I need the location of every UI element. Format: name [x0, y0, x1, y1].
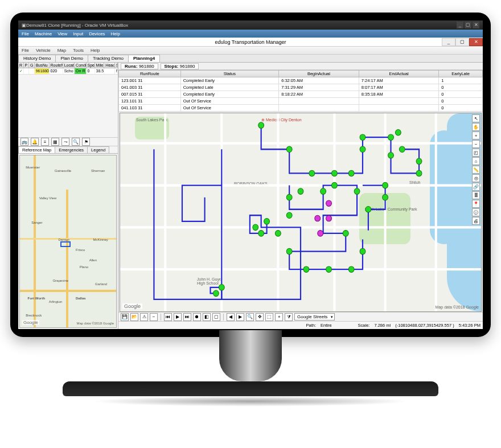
warning-icon[interactable]: ⚠ [140, 313, 148, 321]
box-icon[interactable]: ▢ [212, 313, 220, 321]
vm-min-button[interactable]: _ [457, 22, 463, 28]
svg-point-22 [383, 182, 388, 188]
save-icon[interactable]: 💾 [121, 313, 129, 321]
vm-menu-help[interactable]: Help [111, 31, 120, 36]
col-r[interactable]: R [18, 63, 24, 68]
vm-menu-file[interactable]: File [22, 31, 29, 36]
svg-point-24 [366, 206, 371, 212]
menu-vehicle[interactable]: Vehicle [36, 48, 51, 53]
home-icon[interactable]: ⌂ [472, 157, 480, 165]
select-icon[interactable]: ⬚ [265, 313, 273, 321]
pin-icon[interactable]: 📍 [472, 200, 480, 208]
tab-history[interactable]: History Demo [18, 55, 56, 62]
th-earlylate[interactable]: EarlyLate [439, 71, 483, 77]
table-row[interactable]: 007.015 31Completed Early8:18:22 AM8:35:… [119, 91, 483, 98]
menu-help[interactable]: Help [91, 48, 100, 53]
arrow-icon[interactable]: ↖ [472, 114, 480, 122]
cell-status: Out Of Service [180, 105, 279, 112]
vehicle-row[interactable]: ✓ 961880 020 Scho On R 0 38.5 Not [18, 68, 118, 75]
app-close-button[interactable]: ✕ [469, 38, 483, 46]
col-stat[interactable]: Stat [115, 63, 118, 68]
svg-point-14 [348, 170, 354, 176]
zoom-icon[interactable]: 🔍 [246, 313, 254, 321]
layers-icon[interactable]: ≣ [472, 191, 480, 199]
fwd2-icon[interactable]: ▶ [236, 313, 244, 321]
basemap-select[interactable]: Google Streets [294, 313, 335, 320]
subtab-legend[interactable]: Legend [87, 146, 109, 153]
grid-icon[interactable]: ▦ [51, 138, 59, 146]
hand-icon[interactable]: ✋ [472, 123, 480, 131]
svg-point-39 [360, 248, 366, 254]
bell-icon[interactable]: 🔔 [31, 138, 39, 146]
th-runroute[interactable]: RunRoute [119, 71, 181, 77]
col-p[interactable]: P [24, 63, 30, 68]
tab-planning4[interactable]: Planning4 [128, 55, 160, 62]
subtab-refmap[interactable]: Reference Map [18, 146, 55, 153]
col-g[interactable]: G [29, 63, 35, 68]
open-icon[interactable]: 📂 [130, 313, 138, 321]
main-map[interactable]: South Lakes Park ROBINSON OAKS ⊕ Medical… [120, 113, 482, 312]
svg-point-36 [303, 266, 309, 273]
print-icon[interactable]: 🖨 [472, 217, 480, 225]
back-icon[interactable]: ◀ [227, 313, 235, 321]
forward-icon[interactable]: ⏭ [183, 313, 191, 321]
vm-menu-devices[interactable]: Devices [89, 31, 105, 36]
link-icon[interactable]: 🔗 [472, 183, 480, 191]
binoculars-icon[interactable]: 🔍 [72, 138, 80, 146]
col-locat[interactable]: Locat [63, 63, 75, 68]
layer-toggle-icon[interactable]: ◧ [203, 313, 211, 321]
rewind-icon[interactable]: ⏮ [164, 313, 172, 321]
stops-chip[interactable]: Stops: 961880 [161, 63, 199, 69]
menu-file[interactable]: File [22, 48, 29, 53]
col-condi[interactable]: Condi [75, 63, 86, 68]
vm-menu-view[interactable]: View [58, 31, 67, 36]
info-icon[interactable]: ⓘ [472, 208, 480, 216]
table-row[interactable]: 123.101 31Out Of Service0 [119, 98, 483, 105]
app-max-button[interactable]: ▢ [455, 38, 469, 46]
record-icon[interactable]: ⏺ [193, 313, 201, 321]
pan-icon[interactable]: ✥ [256, 313, 264, 321]
svg-point-35 [286, 248, 292, 254]
vm-close-button[interactable]: ✕ [473, 22, 479, 28]
tab-plan[interactable]: Plan Demo [55, 55, 88, 62]
menu-tools[interactable]: Tools [73, 48, 84, 53]
th-begin[interactable]: BeginActual [279, 71, 359, 77]
play-icon[interactable]: ▶ [174, 313, 182, 321]
ruler-icon[interactable]: 📏 [472, 166, 480, 174]
col-bus[interactable]: BusNu [35, 63, 50, 68]
table-row[interactable]: 041.103 31Out Of Service0 [119, 105, 483, 112]
list-icon[interactable]: ≡ [41, 138, 49, 146]
col-route[interactable]: RouteN [50, 63, 63, 68]
col-head[interactable]: Head [104, 63, 115, 68]
zoom-out-icon[interactable]: − [472, 140, 480, 148]
vm-menu-machine[interactable]: Machine [35, 31, 52, 36]
runs-strip: Runs: 961880 Stops: 961880 [118, 63, 483, 70]
col-spe[interactable]: Spe [87, 63, 95, 68]
find-icon[interactable]: ⌖ [275, 313, 283, 321]
vm-max-button[interactable]: ▢ [465, 22, 471, 28]
flag-icon[interactable]: ⚑ [82, 138, 90, 146]
filter-icon[interactable]: ⧩ [285, 313, 293, 321]
zoom-in-icon[interactable]: + [472, 131, 480, 139]
th-end[interactable]: EndActual [359, 71, 439, 77]
table-row[interactable]: 123.001 31Completed Early6:32:05 AM7:24:… [119, 77, 483, 84]
target-icon[interactable]: ◎ [472, 174, 480, 182]
menu-map[interactable]: Map [58, 48, 67, 53]
app-min-button[interactable]: _ [442, 38, 455, 46]
marquee-icon[interactable]: ◰ [472, 149, 480, 157]
map-copyright: Map data ©2018 Google [436, 305, 479, 309]
th-status[interactable]: Status [180, 71, 279, 77]
tab-tracking[interactable]: Tracking Demo [88, 55, 129, 62]
vm-menu-input[interactable]: Input [73, 31, 83, 36]
cell-status: Completed Late [180, 84, 279, 91]
bus-icon[interactable]: 🚌 [20, 138, 28, 146]
col-mile[interactable]: Mile [95, 63, 105, 68]
monitor-frame: ▣ Demow81 Clone [Running] - Oracle VM Vi… [10, 13, 491, 337]
route-icon[interactable]: ⤳ [61, 138, 69, 146]
reference-map[interactable]: Muenster Gainesville Sherman Valley View… [19, 155, 117, 328]
subtab-emerg[interactable]: Emergencies [55, 146, 88, 153]
table-row[interactable]: 041.003 31Completed Late7:31:29 AM8:07:1… [119, 84, 483, 91]
svg-point-21 [416, 170, 422, 176]
runs-chip[interactable]: Runs: 961880 [121, 63, 158, 69]
minus-icon[interactable]: − [150, 313, 158, 321]
